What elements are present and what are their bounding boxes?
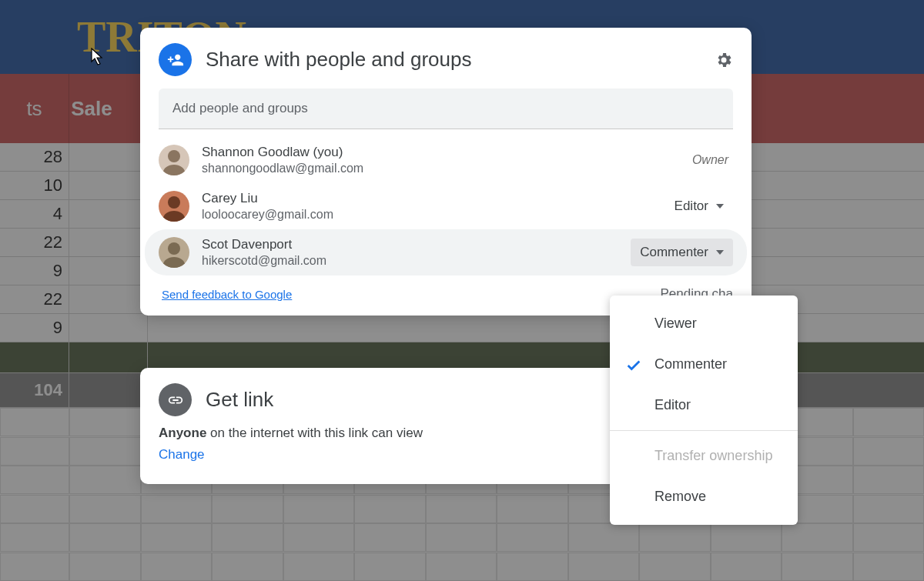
person-info: Scot Davenport hikerscotd@gmail.com [202,237,618,268]
change-link-button[interactable]: Change [159,447,205,462]
menu-item-commenter[interactable]: Commenter [610,344,798,385]
chevron-down-icon [716,204,724,209]
avatar [159,237,189,268]
svg-point-5 [163,257,185,268]
menu-divider [610,430,798,431]
share-dialog-header: Share with people and groups [140,43,752,88]
role-dropdown-menu: Viewer Commenter Editor Transfer ownersh… [610,296,798,525]
person-email: shannongoodlaw@gmail.com [202,162,680,175]
share-dialog-title: Share with people and groups [206,48,701,72]
svg-point-2 [168,196,180,209]
person-email: looloocarey@gmail.com [202,208,653,222]
person-name: Shannon Goodlaw (you) [202,145,680,160]
share-dialog: Share with people and groups Shannon Goo… [140,28,752,316]
person-row-commenter: Scot Davenport hikerscotd@gmail.com Comm… [145,229,747,275]
person-email: hikerscotd@gmail.com [202,254,618,268]
role-label: Commenter [640,245,708,260]
svg-point-0 [168,150,180,162]
person-info: Carey Liu looloocarey@gmail.com [202,191,653,222]
people-list: Shannon Goodlaw (you) shannongoodlaw@gma… [140,129,752,275]
role-dropdown-editor[interactable]: Editor [665,192,733,220]
people-add-icon [159,43,192,76]
person-row-editor: Carey Liu looloocarey@gmail.com Editor [145,183,747,229]
add-people-input[interactable] [159,88,733,129]
person-info: Shannon Goodlaw (you) shannongoodlaw@gma… [202,145,680,175]
menu-item-remove[interactable]: Remove [610,476,798,517]
link-icon [159,383,192,416]
person-row-owner: Shannon Goodlaw (you) shannongoodlaw@gma… [145,137,747,183]
role-label: Editor [675,199,708,214]
getlink-anyone-bold: Anyone [159,426,206,440]
person-name: Carey Liu [202,191,653,206]
chevron-down-icon [716,250,724,255]
avatar [159,191,189,222]
check-icon [625,357,641,372]
feedback-link[interactable]: Send feedback to Google [162,288,292,301]
person-name: Scot Davenport [202,237,618,252]
role-dropdown-commenter[interactable]: Commenter [631,239,733,266]
role-owner-label: Owner [692,153,733,167]
svg-point-3 [163,211,185,222]
menu-item-editor[interactable]: Editor [610,385,798,426]
menu-item-viewer[interactable]: Viewer [610,303,798,344]
svg-point-1 [163,165,185,175]
settings-button[interactable] [715,51,733,69]
menu-item-transfer-ownership: Transfer ownership [610,436,798,476]
svg-point-4 [168,242,180,255]
avatar [159,145,189,175]
